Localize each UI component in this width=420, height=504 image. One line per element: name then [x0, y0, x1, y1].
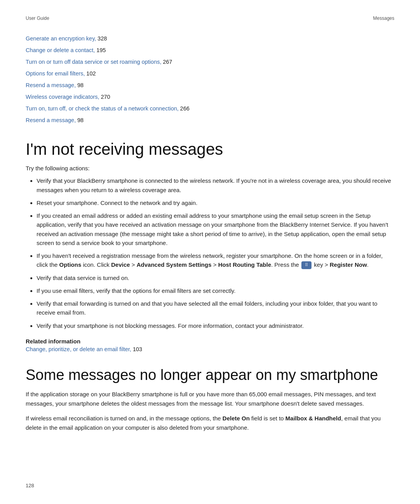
link-item: Resend a message, 98: [26, 79, 394, 91]
link-number: 266: [180, 105, 189, 112]
bullet4-register: Register Now: [330, 261, 367, 268]
list-item: Verify that email forwarding is turned o…: [37, 299, 394, 317]
bullet4-advanced: Advanced System Settings: [136, 261, 212, 268]
para2-mailbox: Mailbox & Handheld: [285, 415, 341, 422]
bullet4-key-after: key >: [312, 261, 330, 268]
link-number: 195: [96, 47, 106, 53]
link-number: 270: [101, 94, 110, 100]
list-item: Reset your smartphone. Connect to the ne…: [37, 198, 394, 207]
link-number: 98: [77, 82, 84, 88]
try-text: Try the following actions:: [26, 165, 394, 172]
link-anchor[interactable]: Options for email filters,: [26, 70, 85, 77]
link-item: Turn on or turn off data service or set …: [26, 56, 394, 68]
para2-before: If wireless email reconciliation is turn…: [26, 415, 222, 422]
bullet4-gt1: >: [130, 261, 136, 268]
list-item: If you created an email address or added…: [37, 211, 394, 247]
bullet4-host: Host Routing Table: [218, 261, 271, 268]
link-anchor[interactable]: Turn on or turn off data service or set …: [26, 59, 161, 65]
link-item: Turn on, turn off, or check the status o…: [26, 103, 394, 114]
bullet4-after: . Press the: [271, 261, 299, 268]
related-link-text[interactable]: Change, prioritize, or delete an email f…: [26, 346, 131, 352]
page-header: User Guide Messages: [26, 16, 394, 21]
link-anchor[interactable]: Turn on, turn off, or check the status o…: [26, 105, 178, 112]
link-item: Wireless coverage indicators, 270: [26, 91, 394, 103]
para2-middle: field is set to: [250, 415, 285, 422]
link-anchor[interactable]: Generate an encryption key,: [26, 35, 96, 42]
related-links-list: Generate an encryption key, 328Change or…: [26, 33, 394, 126]
list-item: Verify that your BlackBerry smartphone i…: [37, 176, 394, 194]
bullet-list: Verify that your BlackBerry smartphone i…: [37, 176, 394, 330]
link-item: Resend a message, 98: [26, 114, 394, 126]
link-item: Generate an encryption key, 328: [26, 33, 394, 44]
para2-delete-on: Delete On: [222, 415, 250, 422]
link-number: 328: [98, 35, 107, 42]
bullet4-options: Options: [59, 261, 81, 268]
related-link-number: 103: [133, 346, 142, 352]
link-anchor[interactable]: Change or delete a contact,: [26, 47, 95, 53]
list-item-register: If you haven't received a registration m…: [37, 251, 394, 270]
bullet4-middle1: icon. Click: [81, 261, 111, 268]
link-number: 102: [86, 70, 96, 77]
section2-title: Some messages no longer appear on my sma…: [26, 367, 394, 384]
related-info-section: Related information Change, prioritize, …: [26, 338, 394, 353]
link-anchor[interactable]: Resend a message,: [26, 117, 76, 123]
link-number: 267: [163, 59, 172, 65]
bullet4-dot: .: [367, 261, 369, 268]
header-user-guide: User Guide: [26, 16, 49, 21]
section1-title: I'm not receiving messages: [26, 140, 394, 159]
link-anchor[interactable]: Wireless coverage indicators,: [26, 94, 99, 100]
page-number: 128: [26, 483, 34, 488]
bullet4-gt2: >: [212, 261, 218, 268]
link-anchor[interactable]: Resend a message,: [26, 82, 76, 88]
link-item: Options for email filters, 102: [26, 68, 394, 79]
section2-paragraph2: If wireless email reconciliation is turn…: [26, 414, 394, 432]
link-item: Change or delete a contact, 195: [26, 44, 394, 56]
related-link[interactable]: Change, prioritize, or delete an email f…: [26, 346, 394, 353]
bullet4-device: Device: [111, 261, 130, 268]
header-messages: Messages: [373, 16, 394, 21]
section2-paragraph1: If the application storage on your Black…: [26, 390, 394, 408]
list-item: Verify that data service is turned on.: [37, 273, 394, 282]
related-info-title: Related information: [26, 338, 394, 345]
link-number: 98: [77, 117, 84, 123]
list-item: If you use email filters, verify that th…: [37, 286, 394, 295]
key-icon: [301, 261, 312, 269]
list-item: Verify that your smartphone is not block…: [37, 321, 394, 330]
